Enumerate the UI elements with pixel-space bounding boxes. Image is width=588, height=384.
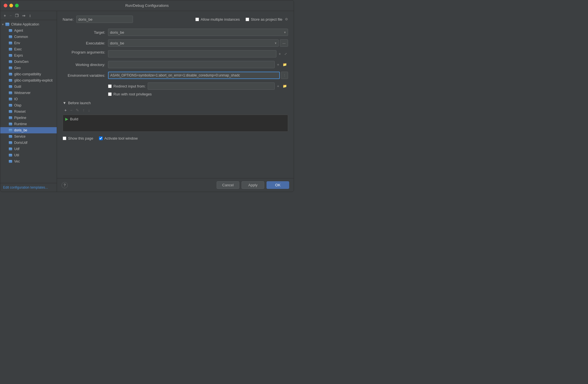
executable-label: Executable: [63,41,108,45]
show-page-checkbox[interactable] [63,136,66,140]
tree-root-cmake[interactable]: ▼ CMake Application [0,21,57,27]
working-dir-input-wrapper: + 📁 [108,61,288,68]
before-launch-edit-button[interactable]: ✎ [75,107,80,113]
redirect-checkbox-label[interactable]: Redirect input from: [108,84,145,88]
cancel-button[interactable]: Cancel [217,181,239,189]
cmake-icon-geo [8,66,13,70]
program-args-add-button[interactable]: + [278,50,282,57]
root-priv-checkbox[interactable] [108,92,112,96]
tree-item-common[interactable]: Common [0,34,57,40]
working-dir-row: Working directory: + 📁 [63,61,288,68]
redirect-browse-button[interactable]: 📁 [282,82,288,90]
target-select-wrapper: doris_be ▼ [108,29,288,36]
working-dir-label: Working directory: [63,63,108,67]
gear-icon: ⚙ [285,17,288,21]
redirect-row: Redirect input from: + 📁 [63,82,288,90]
tree-item-doris-be[interactable]: doris_be [0,127,57,133]
cmake-icon-util [8,153,13,157]
tree-item-io[interactable]: IO [0,96,57,102]
tree-item-olap[interactable]: Olap [0,102,57,108]
help-button[interactable]: ? [62,182,68,188]
close-button[interactable] [4,4,7,7]
before-launch-section: ▼ Before launch + − ✎ ↑ ↓ ▶ Build [63,101,288,132]
tree-item-exec[interactable]: Exec [0,46,57,52]
tree-item-webserver[interactable]: Webserver [0,90,57,96]
before-launch-remove-button[interactable]: − [69,107,73,113]
root-priv-row: Run with root privileges [63,92,288,96]
env-vars-edit-button[interactable]: ⋮ [281,72,288,79]
tree-item-exprs[interactable]: Exprs [0,52,57,59]
show-page-label[interactable]: Show this page [63,136,93,140]
config-form: Name: Allow multiple instances Store as … [57,11,294,178]
tree-item-service[interactable]: Service [0,133,57,140]
tree-item-rowset[interactable]: Rowset [0,108,57,115]
name-input[interactable] [76,16,133,23]
main-content: + − ❐ ⇒ ↕ ▼ CMake Application Age [0,11,294,192]
allow-multiple-label[interactable]: Allow multiple instances [195,17,240,22]
redirect-checkbox[interactable] [108,84,112,88]
cmake-icon-exprs [8,53,13,58]
tree-item-geo[interactable]: Geo [0,65,57,71]
redirect-add-button[interactable]: + [276,82,280,90]
root-priv-label[interactable]: Run with root privileges [108,92,152,96]
config-tree: ▼ CMake Application Agent Common [0,20,57,183]
tree-item-vec[interactable]: Vec [0,158,57,165]
minimize-button[interactable] [9,4,13,7]
tree-item-gutil[interactable]: Gutil [0,84,57,90]
apply-button[interactable]: Apply [242,181,264,189]
store-as-project-label[interactable]: Store as project file ⚙ [246,17,288,22]
executable-browse-button[interactable]: ··· [280,39,288,47]
env-vars-row: Environment variables: ⋮ [63,72,288,79]
executable-input-wrapper: doris_be ▼ ··· [108,39,288,47]
window-title: Run/Debug Configurations [125,3,169,8]
store-as-project-checkbox[interactable] [246,18,249,21]
tree-root-label: CMake Application [11,22,39,26]
tree-item-udf[interactable]: Udf [0,146,57,152]
copy-config-button[interactable]: ❐ [14,13,20,18]
maximize-button[interactable] [15,4,19,7]
tree-item-util[interactable]: Util [0,152,57,158]
before-launch-up-button[interactable]: ↑ [81,107,86,113]
cmake-icon-rowset [8,109,13,114]
remove-config-button[interactable]: − [8,13,13,18]
move-config-button[interactable]: ⇒ [21,13,27,18]
working-dir-input[interactable] [108,61,275,68]
activate-window-label[interactable]: Activate tool window [99,136,138,140]
name-label: Name: [63,17,73,22]
tree-item-runtime[interactable]: Runtime [0,121,57,127]
left-panel: + − ❐ ⇒ ↕ ▼ CMake Application Age [0,11,57,192]
tree-item-dorisgen[interactable]: DorisGen [0,59,57,65]
tree-item-pipeline[interactable]: Pipeline [0,115,57,121]
executable-select[interactable]: doris_be [108,39,279,47]
expand-arrow: ▼ [1,23,4,26]
sort-config-button[interactable]: ↕ [28,13,32,18]
working-dir-browse-button[interactable]: 📁 [282,61,288,68]
working-dir-add-button[interactable]: + [276,61,280,68]
before-launch-add-button[interactable]: + [63,107,68,113]
tree-item-glibc-explicit[interactable]: glibc-compatibility-explicit [0,77,57,84]
env-vars-input[interactable] [108,72,280,79]
program-args-input[interactable] [108,50,276,57]
program-args-expand-button[interactable]: ⤢ [283,50,288,57]
cmake-icon-service [8,134,13,139]
add-config-button[interactable]: + [3,13,7,18]
cmake-icon-io [8,97,13,101]
redirect-input[interactable] [148,82,274,90]
before-launch-down-button[interactable]: ↓ [87,107,91,113]
tree-item-agent[interactable]: Agent [0,27,57,34]
tree-item-dorisudf[interactable]: DorisUdf [0,140,57,146]
edit-templates-link[interactable]: Edit configuration templates... [0,183,57,192]
env-vars-label: Environment variables: [63,73,108,78]
tree-item-glibc[interactable]: glibc-compatibility [0,71,57,77]
executable-row: Executable: doris_be ▼ ··· [63,39,288,47]
cmake-icon-webserver [8,91,13,95]
tree-item-env[interactable]: Env [0,40,57,46]
allow-multiple-checkbox[interactable] [195,18,199,21]
executable-select-wrapper: doris_be ▼ [108,39,279,47]
before-launch-collapse-arrow[interactable]: ▼ [63,101,66,105]
name-row: Name: Allow multiple instances Store as … [63,16,288,23]
target-select[interactable]: doris_be [108,29,288,36]
cmake-icon-glibc [8,72,13,76]
ok-button[interactable]: OK [266,181,289,189]
activate-window-checkbox[interactable] [99,136,103,140]
